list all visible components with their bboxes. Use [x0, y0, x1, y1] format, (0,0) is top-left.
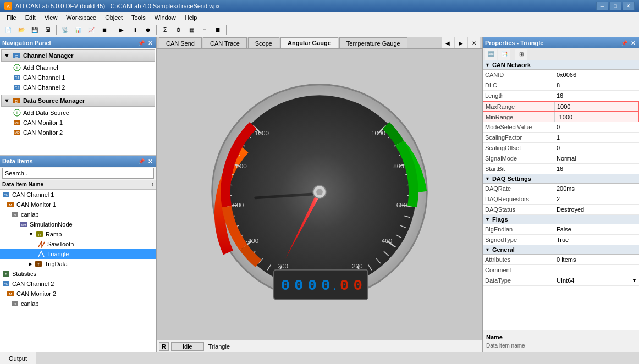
prop-daqrate-value[interactable]: 200ms: [554, 185, 639, 192]
tab-scope[interactable]: Scope: [248, 37, 279, 48]
svg-text:M1: M1: [14, 121, 20, 125]
tab-temperature-gauge[interactable]: Temperature Gauge: [339, 37, 407, 48]
menu-tools[interactable]: Tools: [127, 12, 150, 23]
prop-signalmode-value[interactable]: Normal: [554, 155, 639, 162]
tb-channel[interactable]: 📡: [59, 25, 71, 36]
tree-can-channel-1[interactable]: CH CAN Channel 1: [0, 190, 156, 200]
tree-can-monitor-2[interactable]: M CAN Monitor 2: [0, 289, 156, 299]
prop-section-can-network[interactable]: ▼ CAN Network: [483, 60, 639, 70]
nav-close-icon[interactable]: ✕: [146, 39, 154, 47]
props-sort-category[interactable]: 📑: [498, 49, 510, 60]
prop-datatype-dropdown[interactable]: ▼: [632, 278, 637, 283]
props-pin-icon[interactable]: 📌: [620, 39, 628, 47]
tree-ramp[interactable]: ▼ R Ramp: [0, 229, 156, 239]
tab-can-send[interactable]: CAN Send: [159, 37, 202, 48]
maximize-button[interactable]: □: [609, 2, 621, 10]
props-expand-all[interactable]: ⊞: [515, 49, 527, 60]
svg-text:800: 800: [393, 162, 404, 169]
tree-trigdata[interactable]: ▶ T TrigData: [0, 259, 156, 269]
minimize-button[interactable]: ─: [596, 2, 608, 10]
menu-help[interactable]: Help: [180, 12, 202, 23]
tb-grid[interactable]: ▦: [185, 25, 197, 36]
can-channel-2-nav[interactable]: C2 CAN Channel 2: [0, 82, 156, 92]
app-icon: A: [4, 2, 12, 10]
tb-stop[interactable]: ⏹: [98, 25, 111, 36]
prop-scalingfactor-value[interactable]: 1: [554, 134, 639, 141]
nav-pin-icon[interactable]: 📌: [137, 39, 145, 47]
prop-maxrange-value[interactable]: 1000: [555, 103, 638, 110]
tb-record[interactable]: ⏺: [142, 25, 154, 36]
tree-sawtooth[interactable]: SawTooth: [0, 239, 156, 249]
col-sort-icon[interactable]: ↕: [151, 181, 154, 187]
tab-angular-gauge[interactable]: Angular Gauge: [280, 37, 338, 48]
prop-modeselectvalue-value[interactable]: 0: [554, 124, 639, 130]
tb-pause[interactable]: ⏸: [129, 25, 141, 36]
tb-monitor[interactable]: 📊: [72, 25, 84, 36]
tb-config[interactable]: ⚙: [172, 25, 184, 36]
tab-prev-button[interactable]: ◀: [442, 37, 454, 48]
prop-section-general[interactable]: ▼ General: [483, 245, 639, 255]
tb-table[interactable]: ≡: [199, 25, 211, 36]
menu-edit[interactable]: Edit: [21, 12, 40, 23]
tb-scope[interactable]: 📈: [85, 25, 97, 36]
tb-list[interactable]: ≣: [212, 25, 224, 36]
prop-startbit-value[interactable]: 16: [554, 166, 639, 172]
tb-new[interactable]: 📄: [2, 25, 14, 36]
can-channel-1-nav[interactable]: C1 CAN Channel 1: [0, 73, 156, 82]
tb-open[interactable]: 📂: [15, 25, 27, 36]
tree-can-monitor-1[interactable]: M CAN Monitor 1: [0, 200, 156, 209]
channel-manager-header[interactable]: ▼ C Channel Manager: [1, 49, 155, 62]
can-monitor-1-nav[interactable]: M1 CAN Monitor 1: [0, 118, 156, 128]
prop-daqrequestors-value[interactable]: 2: [554, 196, 639, 202]
tree-canlab-1[interactable]: N canlab: [0, 209, 156, 219]
tb-sigma[interactable]: Σ: [159, 25, 171, 36]
tb-save[interactable]: 💾: [29, 25, 41, 36]
search-input[interactable]: [2, 168, 154, 179]
prop-attributes-value[interactable]: 0 items: [554, 256, 639, 263]
menu-file[interactable]: File: [2, 12, 21, 23]
prop-signedtype-value[interactable]: True: [554, 236, 639, 243]
prop-daqstatus-value[interactable]: Destroyed: [554, 206, 639, 213]
tb-save-as[interactable]: 🖫: [42, 25, 54, 36]
tb-extra[interactable]: ⋯: [229, 25, 241, 36]
data-source-manager-header[interactable]: ▼ D Data Source Manager: [1, 95, 155, 107]
tree-trigdata-expand[interactable]: ▶: [29, 261, 32, 267]
digit-6: 0: [354, 277, 362, 294]
tree-can-channel-2[interactable]: CH CAN Channel 2: [0, 279, 156, 289]
tree-simulation-node[interactable]: SIM SimulationNode: [0, 219, 156, 229]
tab-can-trace[interactable]: CAN Trace: [203, 37, 247, 48]
tree-triangle[interactable]: Triangle: [0, 249, 156, 259]
props-sort-alpha[interactable]: 🔤: [485, 49, 497, 60]
prop-dlc-value[interactable]: 8: [554, 82, 639, 89]
prop-datatype-value[interactable]: UInt64 ▼: [554, 277, 639, 284]
props-close-icon[interactable]: ✕: [629, 39, 637, 47]
add-data-source-item[interactable]: + Add Data Source: [0, 108, 156, 118]
tree-statistics[interactable]: Σ Statistics: [0, 269, 156, 279]
prop-length-value[interactable]: 16: [554, 92, 639, 99]
menu-workspace[interactable]: Workspace: [62, 12, 101, 23]
gauge-status-bar: R Idle Triangle: [157, 340, 482, 352]
svg-text:-200: -200: [276, 262, 289, 269]
menu-view[interactable]: View: [40, 12, 62, 23]
svg-text:C2: C2: [15, 86, 20, 90]
output-tab[interactable]: Output: [0, 352, 36, 364]
data-items-pin-icon[interactable]: 📌: [137, 157, 145, 165]
close-button[interactable]: ✕: [623, 2, 635, 10]
add-channel-item[interactable]: + Add Channel: [0, 63, 156, 73]
menu-window[interactable]: Window: [150, 12, 180, 23]
prop-section-flags[interactable]: ▼ Flags: [483, 215, 639, 224]
tree-ramp-expand[interactable]: ▼: [29, 231, 34, 237]
tab-next-button[interactable]: ▶: [455, 37, 467, 48]
prop-section-daq[interactable]: ▼ DAQ Settings: [483, 174, 639, 184]
tab-close-button[interactable]: ✕: [468, 37, 480, 48]
tb-play[interactable]: ▶: [115, 25, 128, 36]
tree-canlab-2[interactable]: N canlab: [0, 299, 156, 308]
can-monitor-2-nav[interactable]: M2 CAN Monitor 2: [0, 128, 156, 137]
prop-canid-value[interactable]: 0x0066: [554, 71, 639, 78]
prop-minrange-name: MinRange: [483, 112, 555, 122]
prop-minrange-value[interactable]: -1000: [555, 114, 638, 120]
prop-bigendian-value[interactable]: False: [554, 226, 639, 233]
menu-object[interactable]: Object: [101, 12, 127, 23]
prop-scalingoffset-value[interactable]: 0: [554, 145, 639, 151]
data-items-close-icon[interactable]: ✕: [146, 157, 154, 165]
